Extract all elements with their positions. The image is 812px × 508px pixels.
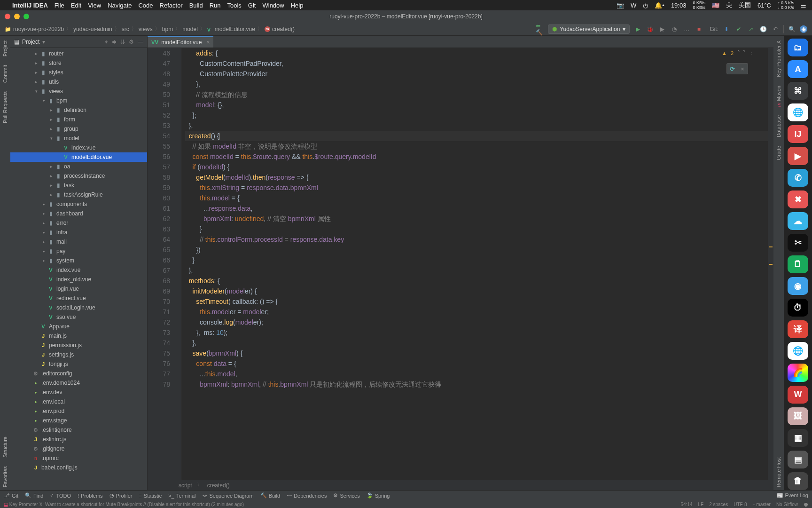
left-tab-favorites[interactable]: Favorites [1, 463, 9, 490]
bottom-tool-statistic[interactable]: ≡ Statistic [139, 492, 162, 499]
chevron-down-icon[interactable]: ▾ [42, 39, 45, 45]
tree-node[interactable]: ▸definition [10, 105, 147, 115]
tree-node[interactable]: ▸taskAssignRule [10, 190, 147, 199]
tree-node[interactable]: modelEditor.vue [10, 152, 147, 162]
tree-node[interactable]: socialLogin.vue [10, 303, 147, 312]
crumb-script[interactable]: script [179, 482, 192, 489]
dock-app[interactable]: ◉ [788, 277, 808, 295]
tree-node[interactable]: index.vue [10, 143, 147, 152]
right-tab-database[interactable]: Database [775, 112, 782, 140]
dock-app[interactable]: ⏱ [788, 299, 808, 317]
left-tab-project[interactable]: Project [1, 38, 9, 59]
tree-node[interactable]: sso.vue [10, 312, 147, 322]
crumb-file[interactable]: modelEditor.vue [215, 26, 255, 32]
tree-node[interactable]: ▸form [10, 115, 147, 124]
tree-node[interactable]: .npmrc [10, 453, 147, 463]
menubar-time[interactable]: 19:03 [671, 2, 687, 9]
crumb-created[interactable]: created() [207, 482, 230, 489]
tree-node[interactable]: index.vue [10, 265, 147, 275]
hide-button[interactable]: — [138, 39, 143, 45]
tree-node[interactable]: redirect.vue [10, 294, 147, 303]
tree-node[interactable]: .env.prod [10, 406, 147, 416]
collapse-all-button[interactable]: ⇊ [120, 39, 125, 45]
status-message[interactable]: ⬓ Key Promoter X: Want to create a short… [4, 502, 244, 507]
bottom-tool-find[interactable]: 🔍 Find [25, 492, 43, 499]
caret-position[interactable]: 54:14 [680, 502, 692, 507]
tree-node[interactable]: login.vue [10, 284, 147, 294]
tree-node[interactable]: .env.local [10, 397, 147, 406]
bottom-tool-problems[interactable]: ! Problems [78, 492, 103, 499]
menu-view[interactable]: View [88, 2, 101, 9]
bottom-tool-services[interactable]: ⚙ Services [333, 492, 359, 499]
tree-node[interactable]: ▸infra [10, 228, 147, 237]
left-tab-commit[interactable]: Commit [1, 62, 9, 86]
clock-icon[interactable]: ◷ [643, 2, 648, 9]
tree-node[interactable]: ▾model [10, 134, 147, 143]
right-tab-remotehost[interactable]: Remote Host [775, 454, 782, 490]
build-button[interactable]: ⬅🔨 [536, 25, 544, 33]
next-highlight-button[interactable]: ˅ [743, 50, 746, 56]
tree-node[interactable]: settings.js [10, 350, 147, 359]
project-title[interactable]: Project [22, 39, 39, 45]
dock-app[interactable]: ▤ [788, 451, 808, 468]
crumb-bpm[interactable]: bpm [162, 26, 173, 32]
debug-button[interactable]: 🐞 [646, 25, 654, 33]
error-stripe[interactable] [768, 48, 773, 480]
git-rollback-button[interactable]: ↶ [771, 25, 780, 33]
right-tab-maven[interactable]: m Maven [775, 83, 782, 110]
tree-node[interactable]: ▸utils [10, 77, 147, 87]
dock-app[interactable]: IJ [788, 125, 808, 143]
bottom-tool-sequencediagram[interactable]: ⫘ Sequence Diagram [202, 492, 253, 499]
dock-app[interactable]: W [788, 386, 808, 404]
crumb-model[interactable]: model [182, 26, 198, 32]
line-separator[interactable]: LF [698, 502, 703, 507]
crumb-src[interactable]: src [122, 26, 129, 32]
attach-button[interactable]: … [682, 25, 691, 33]
tree-node[interactable]: ▸task [10, 181, 147, 190]
tree-node[interactable]: .eslintrc.js [10, 435, 147, 444]
gitflow-status[interactable]: No Gitflow [776, 502, 798, 507]
tree-node[interactable]: babel.config.js [10, 463, 147, 472]
tree-node[interactable]: ▸store [10, 58, 147, 68]
stop-button[interactable]: ■ [695, 25, 703, 33]
dock-app[interactable]: 🖼 [788, 407, 808, 425]
tree-node[interactable]: .gitignore [10, 444, 147, 453]
close-toolbar-button[interactable]: × [737, 64, 748, 74]
menu-git[interactable]: Git [248, 2, 256, 9]
settings-icon[interactable]: ⚙ [129, 39, 134, 45]
tree-node[interactable]: .env.dev [10, 388, 147, 397]
control-center-icon[interactable]: ⚌ [801, 2, 806, 9]
tree-node[interactable]: App.vue [10, 322, 147, 331]
menu-refactor[interactable]: Refactor [160, 2, 183, 9]
menu-tools[interactable]: Tools [227, 2, 241, 9]
ime-label[interactable]: 美 [726, 1, 732, 9]
tree-node[interactable]: ▸styles [10, 68, 147, 77]
indent[interactable]: 2 spaces [709, 502, 728, 507]
flag-icon[interactable]: 🇺🇸 [712, 2, 719, 9]
dock-app[interactable]: ☁ [788, 212, 808, 230]
tree-node[interactable]: tongji.js [10, 359, 147, 369]
tree-node[interactable]: .editorconfig [10, 369, 147, 378]
tree-node[interactable]: ▾bpm [10, 96, 147, 105]
menu-navigate[interactable]: Navigate [108, 2, 132, 9]
crumb-module[interactable]: yudao-ui-admin [73, 26, 112, 32]
profile-button[interactable]: ◔ [670, 25, 679, 33]
tree-node[interactable]: ▾views [10, 87, 147, 96]
lock-icon[interactable]: ⯃ [804, 502, 808, 507]
editor-breadcrumb[interactable]: script 〉 created() [148, 480, 773, 490]
git-history-button[interactable]: 🕒 [759, 25, 767, 33]
event-log-button[interactable]: 📰 Event Log [777, 492, 808, 498]
wps-icon[interactable]: W [631, 2, 636, 9]
prev-highlight-button[interactable]: ˄ [737, 50, 740, 56]
menu-code[interactable]: Code [138, 2, 153, 9]
menu-window[interactable]: Window [262, 2, 284, 9]
bottom-tool-dependencies[interactable]: ⬳ Dependencies [287, 492, 327, 499]
tree-node[interactable]: .eslintignore [10, 425, 147, 435]
git-push-button[interactable]: ↗ [747, 25, 755, 33]
select-opened-file-button[interactable]: ⌖ [105, 39, 108, 45]
dock-app[interactable]: 🌐 [788, 103, 808, 121]
right-tab-gradle[interactable]: Grade [775, 143, 782, 163]
refresh-button[interactable]: ⟳ [727, 64, 737, 74]
tree-node[interactable]: ▸system [10, 256, 147, 265]
run-config-dropdown[interactable]: ⬢ YudaoServerApplication ▾ [548, 24, 630, 34]
